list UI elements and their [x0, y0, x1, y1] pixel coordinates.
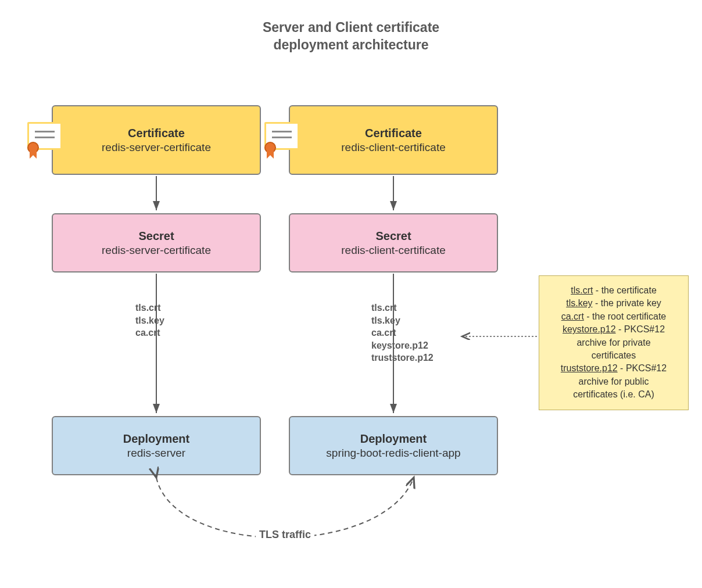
box-name: redis-client-certificate [341, 244, 446, 257]
tls-label: TLS traffic [256, 529, 314, 541]
note-key: tls.key [566, 298, 592, 308]
box-type: Certificate [128, 127, 185, 140]
file: tls.crt [371, 302, 434, 314]
box-type: Secret [138, 230, 174, 243]
certificate-ribbon-icon [25, 141, 41, 161]
title-line-2: deployment architecture [273, 37, 428, 52]
client-files-label: tls.crt tls.key ca.crt keystore.p12 trus… [371, 302, 434, 364]
file: ca.crt [135, 327, 164, 339]
server-certificate-box: Certificate redis-server-certificate [52, 105, 261, 175]
file: ca.crt [371, 327, 434, 339]
box-name: redis-server-certificate [102, 244, 211, 257]
note-cont: archive for public [546, 375, 681, 388]
server-files-label: tls.crt tls.key ca.crt [135, 302, 164, 339]
file: truststore.p12 [371, 352, 434, 364]
box-name: redis-server [127, 447, 185, 460]
note-key: tls.crt [571, 285, 593, 295]
note-val: - PKCS#12 [618, 363, 667, 373]
box-type: Deployment [360, 432, 427, 446]
file: tls.crt [135, 302, 164, 314]
file: tls.key [135, 314, 164, 327]
client-secret-box: Secret redis-client-certificate [289, 213, 498, 273]
note-key: ca.crt [561, 311, 584, 321]
client-certificate-box: Certificate redis-client-certificate [289, 105, 498, 175]
certificate-ribbon-icon [262, 141, 278, 161]
note-cont: archive for private [546, 336, 681, 349]
note-val: - the private key [593, 298, 661, 308]
box-type: Secret [375, 230, 411, 243]
server-deployment-box: Deployment redis-server [52, 416, 261, 475]
note-val: - the root certificate [584, 311, 666, 321]
note-key: truststore.p12 [561, 363, 618, 373]
note-key: keystore.p12 [563, 324, 616, 334]
title-line-1: Server and Client certificate [263, 20, 439, 35]
box-type: Certificate [365, 127, 422, 140]
legend-note: tls.crt - the certificate tls.key - the … [539, 275, 689, 410]
note-val: - the certificate [593, 285, 656, 295]
diagram-title: Server and Client certificate deployment… [0, 19, 702, 54]
note-cont: certificates (i.e. CA) [546, 388, 681, 401]
server-secret-box: Secret redis-server-certificate [52, 213, 261, 273]
file: keystore.p12 [371, 339, 434, 352]
note-cont: certificates [546, 349, 681, 362]
file: tls.key [371, 314, 434, 327]
client-deployment-box: Deployment spring-boot-redis-client-app [289, 416, 498, 475]
box-name: spring-boot-redis-client-app [326, 447, 460, 460]
box-name: redis-client-certificate [341, 141, 446, 154]
box-type: Deployment [123, 432, 189, 446]
box-name: redis-server-certificate [102, 141, 211, 154]
note-val: - PKCS#12 [616, 324, 665, 334]
